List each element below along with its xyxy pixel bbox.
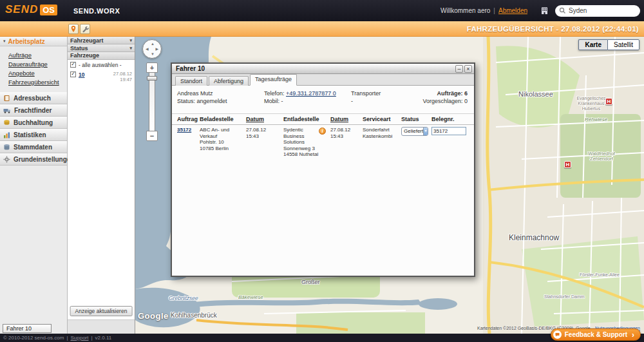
col-belegnr[interactable]: Belegnr. <box>431 116 473 122</box>
fahrer-dialog: Fahrer 10 – × Standort Abfertigung Tages… <box>171 62 475 277</box>
sidebar-section-grundeinstellungen[interactable]: Grundeinstellungen <box>0 153 67 166</box>
map-label-nikolassee: Nikolassee <box>518 90 553 98</box>
status-select[interactable]: Geliefert ▾ <box>401 127 428 136</box>
footer-divider: | <box>91 335 93 341</box>
tab-standort[interactable]: Standort <box>175 76 207 86</box>
col-datum-2[interactable]: Datum <box>330 116 363 122</box>
zoom-slider-handle[interactable] <box>147 76 157 81</box>
check-icon: ✓ <box>71 71 75 77</box>
map-area: Nikolassee Rehwiese Evangelisches Kranke… <box>135 37 644 334</box>
col-serviceart[interactable]: Serviceart <box>363 116 401 122</box>
sidebar-link-auftraege[interactable]: Aufträge <box>8 52 64 59</box>
map-pan-control[interactable]: ▲ ▼ ◀ ▶ <box>142 39 162 59</box>
footer-divider: | <box>66 335 68 341</box>
driver-name: Andreas Mutz <box>177 90 227 97</box>
tab-abfertigung[interactable]: Abfertigung <box>209 76 249 86</box>
pan-down-button[interactable]: ▼ <box>151 52 155 56</box>
google-logo: Google <box>138 311 169 321</box>
col-datum-1[interactable]: Datum <box>246 116 283 122</box>
check-icon: ✓ <box>71 62 75 67</box>
orders-table-header: Auftrag Beladestelle Datum Entladestelle… <box>172 114 474 125</box>
sidebar-link-fahrzeuguebersicht[interactable]: Fahrzeugübersicht <box>8 79 64 86</box>
status-dropdown[interactable]: Status ▾ <box>68 44 135 52</box>
application-window: send os SEND.WORX Willkommen aero | Abme… <box>0 0 644 342</box>
sidebar-section-buchhaltung[interactable]: Buchhaltung <box>0 117 67 129</box>
status-select-value: Geliefert <box>404 128 423 135</box>
cell-datum-1: 27.08.12 15:43 <box>246 127 283 158</box>
sidebar-section-adressbuch[interactable]: Adressbuch <box>0 92 67 104</box>
driver-order-counts: Aufträge: 6 Vorgeschlagen: 0 <box>422 90 468 105</box>
driver-identity: Andreas Mutz Status: angemeldet <box>177 90 227 105</box>
sidebar-section-label: Statistiken <box>14 131 46 138</box>
dropdown-label: Status <box>70 45 88 52</box>
sidebar-section-arbeitsplatz[interactable]: ▾ Arbeitsplatz <box>0 37 67 46</box>
map-label-grebnitzsee: Grebnitzsee <box>169 295 198 301</box>
sidebar-link-dauerauftraege[interactable]: Daueraufträge <box>8 61 64 68</box>
map-label-grosser: Großer <box>301 279 320 285</box>
pan-right-button[interactable]: ▶ <box>155 47 158 51</box>
vehicle-link[interactable]: 10 <box>79 71 84 78</box>
select-all-checkbox[interactable]: ✓ <box>70 62 76 68</box>
beladestelle-line: 10785 Berlin <box>200 146 243 152</box>
map-label-waldfriedhof: Waldfriedhof Zehlendorf <box>583 151 620 162</box>
logout-link[interactable]: Abmelden <box>498 7 527 14</box>
app-logo[interactable]: send os <box>5 3 57 16</box>
dropdown-label: Fahrzeugart <box>70 37 104 44</box>
map-pin-icon <box>70 25 77 33</box>
entladestelle-line: Sonnenweg 3 <box>283 146 320 152</box>
chevron-down-icon: ▾ <box>129 46 132 51</box>
belegnr-input[interactable] <box>431 127 466 135</box>
sidebar-section-statistiken[interactable]: Statistiken <box>0 129 67 141</box>
zoom-out-button[interactable]: − <box>146 131 158 141</box>
header-divider: | <box>493 7 495 14</box>
zoom-in-button[interactable]: + <box>146 62 158 73</box>
pan-left-button[interactable]: ◀ <box>146 47 149 51</box>
building-icon <box>540 6 549 15</box>
search-icon <box>559 7 566 14</box>
pan-up-button[interactable]: ▲ <box>151 42 155 46</box>
vehicle-sub: - <box>351 97 381 105</box>
sidebar-section-frachtfinder[interactable]: Frachtfinder <box>0 104 67 117</box>
minimize-button[interactable]: – <box>455 65 463 73</box>
select-all-row: ✓ - alle auswählen - <box>68 60 135 70</box>
entladestelle-line: 14558 Nuthetal <box>283 151 320 158</box>
col-status[interactable]: Status <box>401 116 431 122</box>
col-beladestelle[interactable]: Beladestelle <box>200 116 246 122</box>
order-link[interactable]: 35172 <box>177 127 191 133</box>
wrench-icon <box>82 26 89 33</box>
cell-beladestelle: ABC An- und Verkauf Pohlstr. 10 10785 Be… <box>200 127 246 158</box>
sidebar-section-stammdaten[interactable]: Stammdaten <box>0 141 67 153</box>
dialog-titlebar[interactable]: Fahrer 10 – × <box>172 64 474 74</box>
map-type-karte-button[interactable]: Karte <box>578 39 607 50</box>
sidebar-link-angebote[interactable]: Angebote <box>8 70 64 77</box>
map-type-satellit-button[interactable]: Satellit <box>607 39 639 50</box>
database-icon <box>3 144 10 151</box>
col-entladestelle[interactable]: Entladestelle <box>283 116 330 122</box>
tab-tagesauftraege[interactable]: Tagesaufträge <box>250 74 297 86</box>
phone-link[interactable]: +49.331.2787877 0 <box>286 90 336 97</box>
copyright-text: © 2010-2012 send-os.com <box>3 335 64 341</box>
driver-contact: Telefon: +49.331.2787877 0 Mobil: - <box>264 90 336 105</box>
info-icon[interactable]: i <box>319 128 326 135</box>
driver-vehicle: Transporter - <box>351 90 381 105</box>
search-input[interactable] <box>569 7 636 14</box>
close-button[interactable]: × <box>464 65 472 73</box>
refresh-button[interactable]: Anzeige aktualisieren <box>70 306 133 316</box>
col-auftrag[interactable]: Auftrag <box>177 116 200 122</box>
vehicle-time: 19:47 <box>120 77 132 82</box>
feedback-support-button[interactable]: Feedback & Support › <box>551 328 641 341</box>
chevron-down-icon: ▾ <box>129 38 132 43</box>
taskbar-item-fahrer-10[interactable]: Fahrer 10 <box>3 324 52 333</box>
phone-label: Telefon: <box>264 90 285 97</box>
select-arrow-icon: ▾ <box>423 128 428 135</box>
driver-status: Status: angemeldet <box>177 97 227 105</box>
fahrzeugart-dropdown[interactable]: Fahrzeugart ▾ <box>68 37 135 44</box>
app-footer: © 2010-2012 send-os.com | Support | v2.0… <box>0 334 644 342</box>
bar-chart-icon <box>3 131 10 138</box>
map-marker-tool-button[interactable] <box>68 24 79 34</box>
vehicle-checkbox[interactable]: ✓ <box>70 71 76 77</box>
sidebar-section-label: Stammdaten <box>14 144 52 151</box>
vehicle-type: Transporter <box>351 90 381 97</box>
support-link[interactable]: Support <box>70 335 88 341</box>
tools-button[interactable] <box>80 24 90 34</box>
